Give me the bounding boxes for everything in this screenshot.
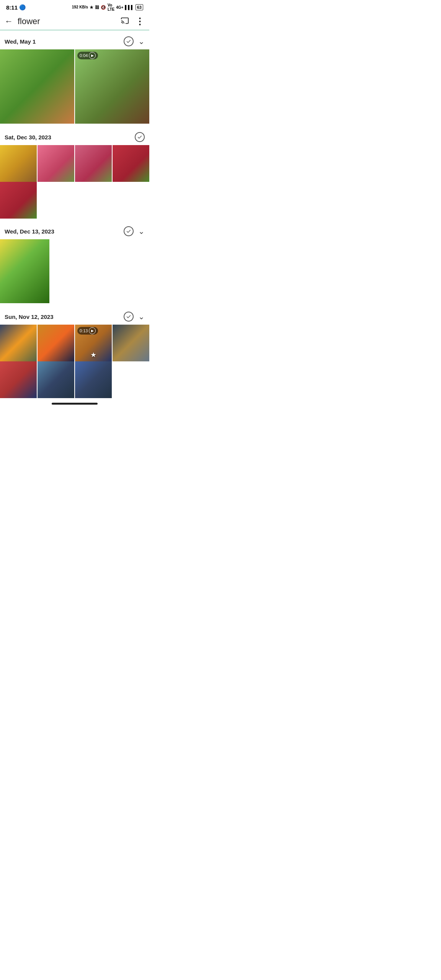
section-sec4: Sun, Nov 12, 2023⌄0:13▶★	[0, 305, 149, 398]
network-speed: 192 KB/s	[72, 5, 88, 10]
section-actions: ⌄	[124, 312, 145, 322]
select-day-button[interactable]	[124, 36, 134, 46]
section-sec3: Wed, Dec 13, 2023⌄	[0, 220, 149, 304]
collapse-section-icon[interactable]: ⌄	[138, 37, 145, 46]
photo-grid	[0, 239, 149, 304]
section-date: Sat, Dec 30, 2023	[5, 134, 51, 140]
photo-thumbnail[interactable]	[0, 145, 37, 182]
back-button[interactable]: ←	[5, 16, 13, 26]
mute-icon: 🔇	[101, 5, 106, 10]
home-indicator	[52, 403, 98, 405]
search-title: flower	[18, 16, 121, 26]
link-icon: ⛓	[95, 5, 99, 10]
status-icon-weibo: 🔵	[19, 4, 26, 10]
section-header-sec3: Wed, Dec 13, 2023⌄	[0, 220, 149, 239]
section-actions: ⌄	[124, 226, 145, 236]
section-actions	[135, 132, 145, 142]
status-bar: 8:11 🔵 192 KB/s ★ ⛓ 🔇 VoLTE 4G+ ▌▌▌ 63	[0, 0, 149, 13]
select-day-button[interactable]	[124, 312, 134, 322]
photo-thumbnail[interactable]	[38, 361, 74, 398]
section-header-sec4: Sun, Nov 12, 2023⌄	[0, 305, 149, 325]
photo-grid: 0:04▶	[0, 49, 149, 124]
status-time: 8:11	[6, 4, 18, 11]
battery-icon: 63	[136, 4, 143, 10]
section-sec1: Wed, May 1⌄0:04▶	[0, 30, 149, 124]
section-sec2: Sat, Dec 30, 2023	[0, 126, 149, 219]
status-right: 192 KB/s ★ ⛓ 🔇 VoLTE 4G+ ▌▌▌ 63	[72, 3, 143, 11]
photo-thumbnail[interactable]	[0, 239, 49, 303]
photo-thumbnail[interactable]	[0, 49, 74, 124]
section-actions: ⌄	[124, 36, 145, 46]
section-date: Wed, Dec 13, 2023	[5, 228, 54, 235]
video-duration-badge: 0:13▶	[77, 327, 98, 335]
section-date: Wed, May 1	[5, 38, 36, 45]
section-date: Sun, Nov 12, 2023	[5, 314, 54, 320]
sections-container: Wed, May 1⌄0:04▶Sat, Dec 30, 2023Wed, De…	[0, 30, 149, 398]
collapse-section-icon[interactable]: ⌄	[138, 312, 145, 321]
photo-thumbnail[interactable]	[0, 182, 37, 219]
photo-thumbnail[interactable]: 0:13▶★	[75, 325, 112, 361]
play-icon: ▶	[89, 327, 96, 334]
app-bar: ← flower ⋮	[0, 13, 149, 30]
cast-icon[interactable]	[121, 16, 129, 27]
photo-thumbnail[interactable]	[0, 325, 37, 361]
photo-thumbnail[interactable]	[38, 325, 74, 361]
network-4g-icon: 4G+	[116, 5, 123, 10]
collapse-section-icon[interactable]: ⌄	[138, 227, 145, 236]
signal-icon: ▌▌▌	[125, 5, 134, 10]
bluetooth-icon: ★	[90, 5, 93, 10]
photo-thumbnail[interactable]	[113, 145, 149, 182]
section-header-sec2: Sat, Dec 30, 2023	[0, 126, 149, 145]
bottom-bar	[0, 400, 149, 409]
select-day-button[interactable]	[124, 226, 134, 236]
photo-thumbnail[interactable]	[38, 145, 74, 182]
video-duration-badge: 0:04▶	[77, 52, 98, 59]
photo-thumbnail[interactable]	[75, 145, 112, 182]
status-left: 8:11 🔵	[6, 4, 26, 11]
volte-icon: VoLTE	[108, 3, 114, 11]
photo-thumbnail[interactable]	[75, 361, 112, 398]
photo-thumbnail[interactable]	[0, 361, 37, 398]
play-icon: ▶	[89, 52, 96, 59]
photo-thumbnail[interactable]: 0:04▶	[75, 49, 149, 124]
photo-thumbnail[interactable]	[113, 325, 149, 361]
select-day-button[interactable]	[135, 132, 145, 142]
app-bar-actions: ⋮	[121, 16, 145, 27]
section-header-sec1: Wed, May 1⌄	[0, 30, 149, 49]
more-menu-icon[interactable]: ⋮	[135, 16, 145, 27]
favorite-star-icon: ★	[90, 351, 96, 359]
